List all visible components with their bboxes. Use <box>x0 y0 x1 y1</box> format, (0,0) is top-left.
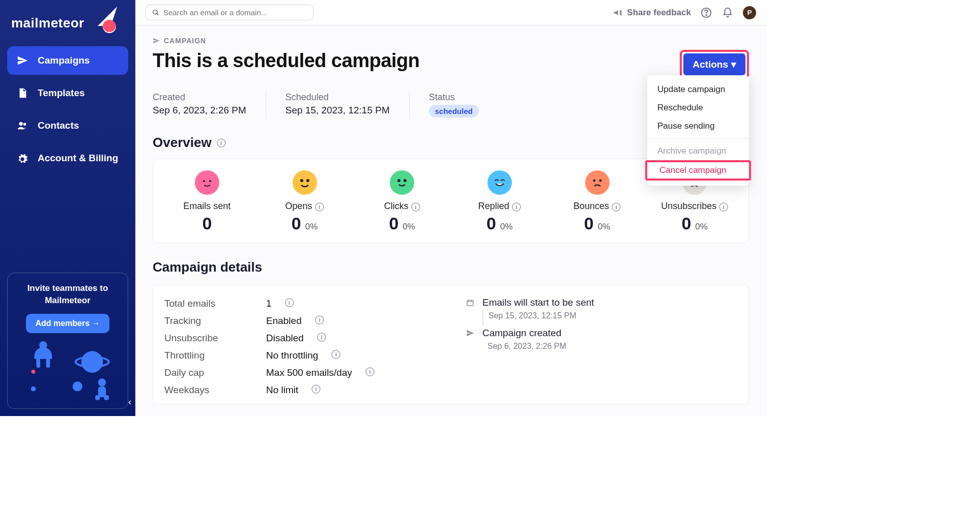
details-title: Campaign details <box>153 259 749 275</box>
svg-point-21 <box>403 179 407 182</box>
svg-point-6 <box>31 387 36 392</box>
search-input[interactable] <box>163 8 307 17</box>
svg-rect-9 <box>46 358 50 368</box>
sidebar-item-account[interactable]: Account & Billing <box>7 144 128 173</box>
caret-down-icon: ▾ <box>731 58 736 70</box>
sidebar-item-label: Templates <box>38 87 85 99</box>
menu-cancel-campaign[interactable]: Cancel campaign <box>645 160 751 181</box>
sidebar-item-contacts[interactable]: Contacts <box>7 111 128 140</box>
sidebar: mailmeteor Campaigns Templates <box>0 0 135 416</box>
info-icon[interactable]: i <box>285 298 294 307</box>
svg-point-1 <box>23 123 26 126</box>
info-icon[interactable]: i <box>411 202 420 212</box>
stat-emails-sent: Emails sent 0 <box>158 170 256 233</box>
emoji-happy-icon <box>390 170 414 195</box>
avatar[interactable]: P <box>743 6 756 19</box>
info-icon[interactable]: i <box>719 202 728 212</box>
svg-rect-13 <box>104 395 109 400</box>
topbar: Share feedback P <box>135 0 766 25</box>
svg-point-19 <box>306 179 309 182</box>
sidebar-item-templates[interactable]: Templates <box>7 79 128 107</box>
svg-point-5 <box>73 381 82 391</box>
svg-point-4 <box>32 370 36 374</box>
logo[interactable]: mailmeteor <box>7 12 128 43</box>
details-list: Total emails1 i TrackingEnabled i Unsubs… <box>164 295 436 399</box>
search-icon <box>152 9 159 16</box>
svg-point-2 <box>81 351 103 372</box>
sidebar-item-label: Account & Billing <box>38 152 118 165</box>
info-icon[interactable]: i <box>315 315 324 324</box>
campaign-title: This is a scheduled campaign <box>153 50 420 72</box>
notifications-button[interactable] <box>722 7 734 19</box>
created-label: Created <box>153 92 246 103</box>
stat-bounces: Bounces i 00% <box>549 170 646 233</box>
sidebar-item-campaigns[interactable]: Campaigns <box>7 46 128 75</box>
menu-pause-sending[interactable]: Pause sending <box>647 117 749 135</box>
content: CAMPAIGN This is a scheduled campaign Ac… <box>135 25 766 416</box>
info-icon[interactable]: i <box>612 202 621 212</box>
menu-reschedule[interactable]: Reschedule <box>647 99 749 117</box>
actions-highlight: Actions ▾ <box>680 50 749 79</box>
invite-title: Invite teammates to Mailmeteor <box>14 282 122 307</box>
scheduled-label: Scheduled <box>285 92 390 103</box>
send-icon <box>153 37 160 44</box>
svg-point-16 <box>203 180 205 182</box>
sidebar-item-label: Campaigns <box>38 55 90 66</box>
search-input-wrap[interactable] <box>146 5 313 20</box>
people-icon <box>16 120 28 132</box>
scheduled-value: Sep 15, 2023, 12:15 PM <box>285 105 390 116</box>
svg-point-20 <box>397 179 400 182</box>
info-icon[interactable]: i <box>311 385 321 394</box>
main: Share feedback P CAMPAIGN <box>135 0 766 416</box>
svg-point-18 <box>300 179 303 182</box>
svg-rect-11 <box>98 387 106 397</box>
svg-point-10 <box>98 378 106 386</box>
svg-rect-8 <box>36 358 40 368</box>
stat-clicks: Clicks i 00% <box>353 170 451 233</box>
bell-icon <box>722 7 733 18</box>
calendar-icon <box>466 297 476 308</box>
info-icon[interactable]: i <box>512 202 521 212</box>
menu-archive-campaign[interactable]: Archive campaign <box>647 142 749 160</box>
add-members-button[interactable]: Add members → <box>26 314 109 333</box>
status-badge: scheduled <box>429 105 479 117</box>
svg-point-22 <box>593 180 595 182</box>
svg-point-15 <box>706 14 707 15</box>
timeline: Emails will start to be sent Sep 15, 202… <box>466 295 737 399</box>
menu-update-campaign[interactable]: Update campaign <box>647 80 749 99</box>
invite-illustration <box>14 336 122 402</box>
stat-opens: Opens i 00% <box>256 170 354 233</box>
chevron-left-icon: ‹ <box>128 397 131 407</box>
collapse-sidebar-button[interactable]: ‹ <box>124 392 136 412</box>
send-icon <box>466 328 476 339</box>
info-icon[interactable]: i <box>331 350 340 359</box>
breadcrumb[interactable]: CAMPAIGN <box>153 37 749 45</box>
info-icon[interactable]: i <box>217 138 226 147</box>
nav: Campaigns Templates Contacts Account & B… <box>7 46 128 173</box>
status-label: Status <box>429 92 479 103</box>
emoji-blush-icon <box>195 170 219 195</box>
gear-icon <box>16 153 28 165</box>
logo-text: mailmeteor <box>11 15 84 31</box>
svg-point-7 <box>39 341 47 349</box>
details-card: Total emails1 i TrackingEnabled i Unsubs… <box>153 284 749 404</box>
share-feedback-link[interactable]: Share feedback <box>613 8 691 18</box>
actions-button[interactable]: Actions ▾ <box>683 53 745 75</box>
svg-rect-26 <box>467 300 473 306</box>
svg-point-23 <box>599 180 601 182</box>
send-icon <box>16 54 28 67</box>
info-icon[interactable]: i <box>365 367 374 376</box>
megaphone-icon <box>613 8 623 18</box>
stat-replied: Replied i 00% <box>451 170 549 233</box>
sidebar-item-label: Contacts <box>38 120 79 131</box>
help-icon <box>701 7 712 18</box>
svg-rect-12 <box>95 395 100 400</box>
actions-menu: Update campaign Reschedule Pause sending… <box>647 75 749 186</box>
info-icon[interactable]: i <box>315 202 324 212</box>
menu-divider <box>647 138 749 139</box>
help-button[interactable] <box>700 7 712 19</box>
document-icon <box>16 87 28 99</box>
created-value: Sep 6, 2023, 2:26 PM <box>153 105 246 116</box>
emoji-grin-icon <box>487 170 512 195</box>
info-icon[interactable]: i <box>317 333 326 342</box>
